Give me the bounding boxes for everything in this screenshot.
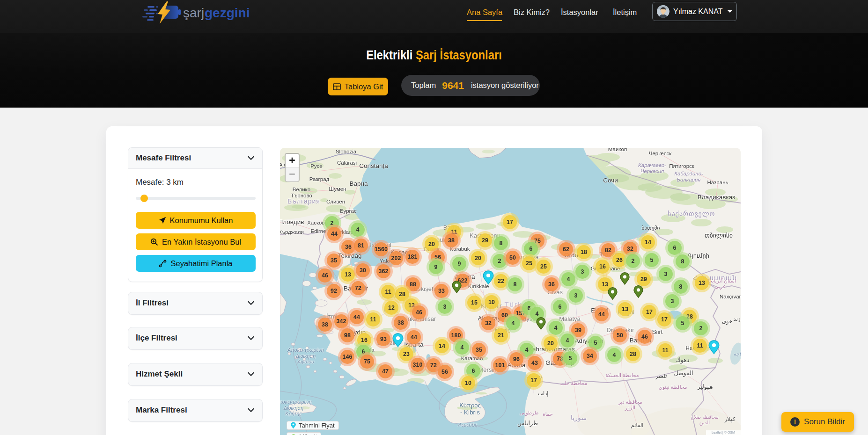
svg-text:gezgini: gezgini — [205, 6, 250, 20]
svg-text:şarj: şarj — [183, 6, 204, 20]
